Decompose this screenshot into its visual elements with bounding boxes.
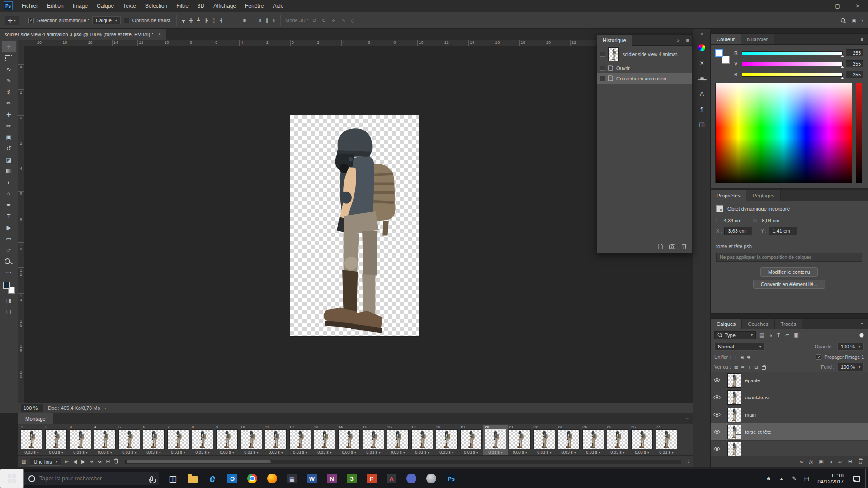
next-frame-icon[interactable]: ⇥ [90,459,93,464]
channel-slider[interactable] [742,51,843,55]
frame-thumbnail[interactable] [411,429,433,449]
timeline-frame[interactable]: 23 0,03 s ▾ [557,425,581,455]
filter-shape-layers-icon[interactable]: ▱ [784,332,790,338]
frame-thumbnail[interactable] [314,429,335,449]
zoom-tool[interactable] [2,256,16,267]
filter-type-dropdown[interactable]: Type ▾ [714,331,756,339]
lasso-tool[interactable]: ∿ [2,64,16,75]
delete-frame-icon[interactable] [114,458,118,465]
frame-thumbnail[interactable] [143,429,165,449]
frame-thumbnail[interactable] [216,429,238,449]
menu-item[interactable]: 3D [193,0,209,12]
minimize-button[interactable]: – [807,0,827,12]
shape-tool[interactable]: ▭ [2,233,16,244]
collapse-panel-icon[interactable]: » [674,38,683,43]
action-center-button[interactable] [848,469,865,488]
timeline-frame[interactable]: 6 0,03 s ▾ [142,425,166,455]
timeline-frame[interactable]: 18 0,03 s ▾ [434,425,459,455]
layer-mask-icon[interactable]: ▣ [819,459,823,465]
convert-to-linked-button[interactable]: Convertir en élément lié... [753,280,825,289]
panel-tab[interactable]: Couleur [711,34,741,44]
frame-duration-control[interactable]: 0,03 s ▾ [387,449,409,455]
calculator-icon[interactable]: ▦ [282,469,302,488]
frame-duration-control[interactable]: 0,03 s ▾ [631,449,653,455]
layer-row[interactable]: avant-bras [711,389,868,406]
timeline-frame[interactable]: 20 0,03 s ▾ [483,425,508,455]
taskbar-clock[interactable]: 11:18 04/12/2017 [813,469,848,488]
firefox-icon[interactable] [262,469,282,488]
history-brush-well[interactable] [600,66,605,71]
frame-thumbnail[interactable] [265,429,287,449]
layer-visibility-toggle[interactable] [711,389,723,406]
convert-timeline-icon[interactable]: ▥ [22,459,26,464]
history-brush-tool[interactable]: ↺ [2,143,16,154]
menu-item[interactable]: Aide [268,0,288,12]
frame-thumbnail[interactable] [70,429,91,449]
distribute-right-edges-icon[interactable]: ‖ [272,18,276,23]
layer-thumbnail[interactable] [727,390,741,405]
timeline-frame[interactable]: 24 0,03 s ▾ [581,425,605,455]
play-icon[interactable]: ▶ [81,459,85,464]
photoshop-icon[interactable]: Ps [441,469,461,488]
timeline-frame[interactable]: 26 0,03 s ▾ [630,425,654,455]
3d-panel-icon[interactable]: ◫ [693,117,711,131]
layer-row[interactable]: torse et tête [711,423,868,441]
lock-transparency-icon[interactable]: ▦ [734,365,738,370]
frame-thumbnail[interactable] [436,429,458,449]
delete-state-icon[interactable] [682,244,687,251]
layer-visibility-toggle[interactable] [711,406,723,423]
frame-duration-control[interactable]: 0,03 s ▾ [656,449,677,455]
discord-icon[interactable] [401,469,421,488]
align-horizontal-centers-icon[interactable]: ╬ [211,18,217,23]
panel-tab[interactable]: Couches [742,319,774,329]
panel-menu-icon[interactable]: ≡ [681,413,693,424]
color-ramp-slider[interactable] [856,83,862,183]
frame-duration-control[interactable]: 0,03 s ▾ [216,449,238,455]
lock-all-icon[interactable] [762,366,766,370]
timeline-frame[interactable]: 25 0,03 s ▾ [605,425,630,455]
frame-thumbnail[interactable] [387,429,409,449]
menu-item[interactable]: Calque [92,0,118,12]
chevron-down-icon[interactable]: ▾ [862,19,863,23]
tween-icon[interactable]: ↝ [98,459,101,464]
acrobat-icon[interactable]: A [382,469,401,488]
timeline-frame[interactable]: 13 0,03 s ▾ [312,425,337,455]
frame-duration-control[interactable]: 0,03 s ▾ [143,449,165,455]
align-top-edges-icon[interactable]: ┳ [181,18,186,23]
foreground-background-colors[interactable] [3,282,15,294]
layer-thumbnail[interactable] [727,373,741,388]
chrome-icon[interactable] [242,469,262,488]
frame-duration-control[interactable]: 0,03 s ▾ [363,449,384,455]
distribute-bottom-edges-icon[interactable]: ≣ [250,18,255,23]
layer-name[interactable]: torse et tête [745,429,771,435]
auto-select-checkbox[interactable]: ✓ [28,18,34,23]
timeline-frame[interactable]: 3 0,03 s ▾ [68,425,93,455]
loop-count-dropdown[interactable]: Une fois ▾ [30,458,61,466]
layer-thumbnail[interactable] [727,442,741,456]
frame-thumbnail[interactable] [509,429,531,449]
screen-mode-icon[interactable]: ▢ [6,308,11,314]
eraser-tool[interactable]: ◪ [2,154,16,165]
onenote-icon[interactable]: N [322,469,342,488]
filter-smart-objects-icon[interactable]: ▣ [793,332,799,338]
frame-duration-control[interactable]: 0,03 s ▾ [411,449,433,455]
foreground-color-swatch[interactable] [3,282,10,289]
panel-tab[interactable]: Calques [711,319,742,329]
frame-thumbnail[interactable] [118,429,140,449]
edit-contents-button[interactable]: Modifier le contenu [760,267,818,277]
layer-name[interactable]: main [745,412,756,418]
delete-layer-icon[interactable] [858,458,863,465]
frame-thumbnail[interactable] [94,429,116,449]
character-panel-icon[interactable]: A [693,87,711,100]
history-step[interactable]: Ouvrir [597,63,692,73]
panel-tab[interactable]: Tracés [775,319,803,329]
timeline-scrollbar[interactable] [125,460,681,464]
frame-duration-control[interactable]: 0,03 s ▾ [485,449,506,455]
rectangular-marquee-tool[interactable] [2,52,16,64]
quick-selection-tool[interactable]: ✎ [2,75,16,86]
adjustment-layer-icon[interactable]: ◑ [830,459,833,465]
frame-duration-control[interactable]: 0,03 s ▾ [558,449,580,455]
move-tool[interactable]: ✛ [2,41,16,52]
lock-artboard-icon[interactable]: ⊞ [754,365,758,370]
history-snapshot-row[interactable]: soldier side view 4 animat... [597,46,692,63]
